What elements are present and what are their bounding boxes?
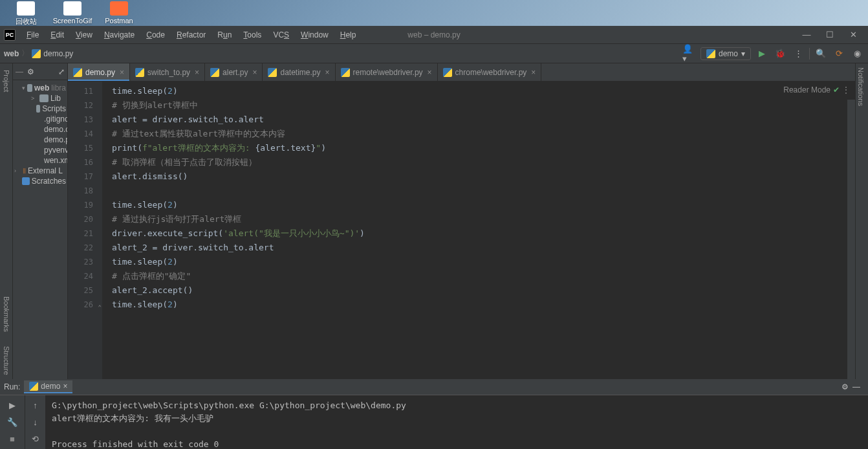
user-icon[interactable]: 👤▾ [682,47,697,61]
breadcrumb: web 〉 demo.py [4,48,73,59]
python-file-icon [210,68,219,77]
editor-tab[interactable]: chrome\webdriver.py× [438,63,542,81]
python-file-icon [73,68,82,77]
desktop-icon-recycle[interactable]: 回收站 [3,0,49,28]
more-icon[interactable]: ⋮ [842,85,850,94]
expand-icon[interactable]: ⤢ [58,67,65,76]
tree-item[interactable]: demo.o [13,124,67,135]
menu-window[interactable]: Window [296,28,333,41]
menu-vcs[interactable]: VCS [268,28,294,41]
run-hide-icon[interactable]: — [852,382,860,391]
editor-tab[interactable]: remote\webdriver.py× [336,63,438,81]
editor-tab[interactable]: alert.py× [205,63,263,81]
tree-root[interactable]: ▾web libra [13,83,67,93]
close-tab-icon[interactable]: × [531,68,536,77]
python-file-icon [443,68,452,77]
project-tree: ▾web libra >LibScripts.gitignodemo.odemo… [13,80,67,189]
run-gear-icon[interactable]: ⚙ [841,382,849,391]
close-button[interactable]: ✕ [842,28,864,41]
bookmarks-tool-button[interactable]: Bookmarks [1,292,12,336]
main-menu: File Edit View Navigate Code Refactor Ru… [22,28,360,41]
up-icon[interactable]: ↑ [28,398,43,412]
run-config-selector[interactable]: demo ▾ [700,47,751,60]
menu-view[interactable]: View [71,28,97,41]
close-tab-icon[interactable]: × [63,382,67,391]
down-icon[interactable]: ↓ [28,415,43,429]
run-label: Run: [4,382,20,391]
tree-item[interactable]: Scripts [13,104,67,114]
minimize-button[interactable]: — [796,28,818,41]
editor-tab[interactable]: datetime.py× [263,63,335,81]
code-editor[interactable]: time.sleep(2)# 切换到alert弹框中alert = driver… [103,82,855,379]
run-panel: Run: demo × ⚙ — ▶ 🔧 ■ ☰ ↑ ↓ ⟲ ⇥ G:\pytho… [0,379,868,449]
gutter: 11121314151617181920212223242526⌃ [68,82,103,379]
menu-code[interactable]: Code [142,28,169,41]
ide-settings-icon[interactable]: ◉ [850,47,864,61]
reader-mode-label[interactable]: Reader Mode✔⋮ [783,85,850,94]
tree-item[interactable]: >Lib [13,93,67,104]
python-file-icon [341,68,350,77]
editor-tab[interactable]: demo.py× [68,63,130,81]
close-tab-icon[interactable]: × [252,68,257,77]
tree-scratches[interactable]: Scratches [13,176,67,186]
menu-refactor[interactable]: Refactor [172,28,210,41]
close-tab-icon[interactable]: × [428,68,432,77]
desktop-background: 回收站 ScreenToGif Postman [0,0,868,26]
menu-navigate[interactable]: Navigate [100,28,139,41]
menu-run[interactable]: Run [213,28,236,41]
editor: demo.py×switch_to.py×alert.py×datetime.p… [68,63,855,379]
breadcrumb-root[interactable]: web [4,49,19,58]
notifications-tool-button[interactable]: Notifications [856,63,866,110]
maximize-button[interactable]: ☐ [819,28,841,41]
gear-icon[interactable]: ⚙ [27,67,34,76]
tree-item[interactable]: wen.xm [13,155,67,166]
python-file-icon [135,68,144,77]
more-run-icon[interactable]: ⋮ [791,47,805,61]
menu-tools[interactable]: Tools [239,28,266,41]
toolbar: web 〉 demo.py 👤▾ demo ▾ ▶ 🐞 ⋮ 🔍 ⟳ ◉ [0,44,868,63]
run-button[interactable]: ▶ [755,47,769,61]
close-tab-icon[interactable]: × [195,68,199,77]
editor-tab[interactable]: switch_to.py× [130,63,205,81]
window-title: web – demo.py [407,30,460,39]
chevron-down-icon: ▾ [741,49,745,58]
tree-external-libs[interactable]: ›⫴ External L [13,166,67,176]
right-tool-stripe: Notifications [855,63,868,379]
soft-wrap-icon[interactable]: ⟲ [28,432,43,446]
structure-tool-button[interactable]: Structure [1,342,12,379]
sync-icon[interactable]: ⟳ [832,47,846,61]
project-sidebar: — ⚙ ⤢ ▾web libra >LibScripts.gitignodemo… [13,63,68,379]
menu-file[interactable]: File [22,28,43,41]
python-file-icon [32,49,41,58]
menu-help[interactable]: Help [336,28,361,41]
run-tab[interactable]: demo × [24,380,72,393]
rerun-button[interactable]: ▶ [5,398,19,412]
desktop-icon-screentogif[interactable]: ScreenToGif [49,0,96,26]
tree-item[interactable]: demo.p [13,135,67,145]
check-icon: ✔ [833,85,840,94]
tree-item[interactable]: pyvenv [13,145,67,155]
stop-button[interactable]: ■ [5,432,19,446]
collapse-icon[interactable]: — [16,67,23,76]
pycharm-logo-icon: PC [4,29,16,41]
wrench-icon[interactable]: 🔧 [5,415,19,429]
title-bar: PC File Edit View Navigate Code Refactor… [0,26,868,44]
close-tab-icon[interactable]: × [120,68,124,77]
search-icon[interactable]: 🔍 [814,47,828,61]
editor-scrollbar[interactable] [847,100,855,379]
run-output[interactable]: G:\python_project\web\Scripts\python.exe… [45,395,868,449]
python-icon [706,49,715,58]
editor-tabs: demo.py×switch_to.py×alert.py×datetime.p… [68,63,855,82]
tree-item[interactable]: .gitigno [13,114,67,124]
desktop-icon-postman[interactable]: Postman [96,0,142,26]
close-tab-icon[interactable]: × [325,68,330,77]
project-tool-button[interactable]: Project [1,66,12,96]
left-tool-stripe: Project Bookmarks Structure [0,63,13,379]
breadcrumb-file[interactable]: demo.py [43,49,73,58]
python-file-icon [268,68,277,77]
python-icon [29,382,38,391]
debug-button[interactable]: 🐞 [773,47,787,61]
menu-edit[interactable]: Edit [46,28,69,41]
